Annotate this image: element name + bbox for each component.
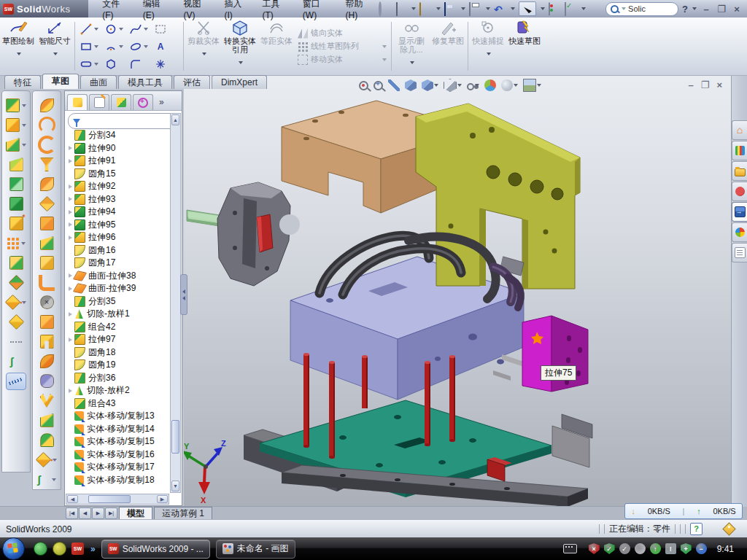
sketch-tool-text[interactable]: A [154, 38, 179, 55]
expand-arrow-icon[interactable] [66, 197, 74, 201]
tree-item-11[interactable]: 曲面-拉伸38 [66, 270, 169, 283]
feature-tool-b11[interactable] [40, 312, 54, 332]
tree-item-3[interactable]: 圆角15 [66, 168, 169, 181]
save-icon[interactable] [444, 3, 457, 15]
tree-item-14[interactable]: 切除-放样1 [66, 308, 169, 321]
task-pane-tab-custom-properties[interactable] [732, 243, 747, 262]
panel-splitter-handle[interactable] [180, 274, 187, 315]
feature-tool-b17[interactable] [40, 430, 54, 450]
feature-tool-b16[interactable] [40, 411, 54, 430]
mold-tool-a13[interactable]: ʃ [10, 351, 23, 371]
tab-motion-study[interactable]: 运动算例 1 [154, 507, 212, 520]
expand-arrow-icon[interactable] [66, 222, 74, 227]
vertical-scroll-thumb[interactable] [171, 420, 179, 454]
undo-icon[interactable]: ↶ [494, 3, 506, 15]
feature-tool-b7[interactable] [40, 233, 54, 253]
rebuild-traffic-light-icon[interactable] [549, 3, 561, 15]
mold-tool-a9[interactable] [9, 273, 23, 292]
open-file-icon[interactable] [419, 3, 432, 15]
first-tab-button[interactable]: |◀ [66, 508, 78, 519]
doc-restore-button[interactable]: ❐ [701, 79, 710, 90]
task-pane-tab-view-palette[interactable] [732, 202, 747, 222]
sketch-tool-sketch-fillet[interactable] [129, 55, 154, 73]
view-orientation-icon[interactable] [422, 79, 438, 91]
feature-tool-b9[interactable] [39, 273, 55, 292]
tree-item-1[interactable]: 拉伸90 [66, 142, 169, 155]
tree-item-17[interactable]: 圆角18 [66, 346, 169, 359]
feature-tool-b12[interactable] [40, 332, 54, 351]
tree-item-2[interactable]: 拉伸91 [66, 155, 169, 168]
scroll-up-button[interactable]: ▲ [171, 114, 179, 125]
expand-arrow-icon[interactable] [66, 159, 74, 163]
task-button-0[interactable]: SWSolidWorks 2009 - ... [101, 540, 210, 559]
tree-item-4[interactable]: 拉伸92 [66, 180, 169, 193]
tree-item-12[interactable]: 曲面-拉伸39 [66, 282, 169, 295]
prev-tab-button[interactable]: ◀ [79, 508, 91, 519]
tree-item-8[interactable]: 拉伸96 [66, 231, 169, 244]
circle-dropdown[interactable] [119, 28, 123, 31]
hide-show-items-icon[interactable] [467, 80, 479, 90]
part-clamp-bracket[interactable] [416, 104, 580, 289]
quick-launch-solidworks-icon[interactable]: SW [71, 542, 84, 555]
smart-dimension-dropdown[interactable] [53, 52, 58, 55]
menu-item-6[interactable]: 帮助(H) [338, 0, 379, 23]
tree-item-13[interactable]: 分割35 [66, 295, 169, 308]
tree-vertical-scrollbar[interactable]: ▲ ▼ [170, 113, 181, 493]
tree-item-22[interactable]: 实体-移动/复制13 [66, 410, 169, 423]
app-minimize-button[interactable]: – [700, 4, 712, 15]
next-tab-button[interactable]: ▶ [92, 508, 104, 519]
arc-dropdown[interactable] [119, 45, 123, 48]
convert-entities-dropdown[interactable] [239, 61, 243, 64]
tree-item-15[interactable]: 组合42 [66, 321, 169, 334]
mold-tool-a1[interactable] [6, 115, 26, 135]
previous-view-icon[interactable] [388, 79, 400, 91]
menu-item-1[interactable]: 编辑(E) [135, 0, 176, 23]
expand-arrow-icon[interactable] [66, 338, 74, 342]
sketch-tool-polygon[interactable] [104, 55, 129, 73]
feature-tool-b5[interactable] [40, 194, 54, 214]
mold-tool-a4[interactable] [9, 174, 23, 194]
tab-property-manager[interactable] [89, 94, 109, 110]
expand-arrow-icon[interactable] [66, 312, 74, 316]
feature-tool-b15[interactable] [40, 391, 54, 411]
save-dropdown[interactable] [461, 7, 465, 10]
tree-item-19[interactable]: 分割36 [66, 372, 169, 385]
feature-tool-b10[interactable]: × [40, 292, 54, 312]
quick-launch-icon-2[interactable] [53, 542, 66, 556]
select-dropdown[interactable] [541, 7, 545, 10]
feature-tool-b4[interactable] [40, 174, 54, 194]
new-file-icon[interactable] [395, 3, 407, 15]
print-dropdown[interactable] [486, 7, 490, 10]
feature-tool-b3[interactable] [40, 155, 54, 174]
part-gray-blocks[interactable] [552, 414, 592, 467]
display-style-icon[interactable] [444, 79, 462, 92]
tray-update-check-icon[interactable]: ✓ [619, 543, 630, 554]
model-3d-view[interactable]: Y Z X [184, 75, 731, 507]
graphics-viewport[interactable]: Y Z X – ❐ × 拉伸75 [184, 75, 731, 507]
menu-item-2[interactable]: 视图(V) [176, 0, 217, 23]
tree-item-20[interactable]: 切除-放样2 [66, 384, 169, 397]
ribbon-tab-0[interactable]: 特征 [4, 75, 41, 89]
task-pane-tab-solidworks-resources[interactable]: ⌂ [732, 120, 747, 140]
task-pane-tab-design-library[interactable] [732, 141, 747, 160]
scroll-right-button[interactable]: ▶ [157, 495, 168, 503]
tray-health-shield-icon[interactable]: + [681, 543, 692, 554]
edit-appearance-icon[interactable] [484, 79, 496, 91]
mold-tool-a11[interactable] [9, 312, 23, 332]
tag-icon[interactable] [722, 522, 735, 535]
mold-tool-a14[interactable] [6, 371, 26, 391]
annotations-icon[interactable] [589, 3, 602, 15]
ellipse-dropdown[interactable] [144, 45, 148, 48]
rectangle-dropdown[interactable] [94, 45, 98, 48]
tree-item-0[interactable]: 分割34 [66, 129, 169, 142]
horizontal-scroll-thumb[interactable] [88, 495, 131, 503]
feature-tool-b19[interactable]: ʃ [37, 470, 56, 489]
start-button[interactable] [2, 537, 25, 560]
help-dropdown[interactable] [692, 7, 697, 10]
tree-item-10[interactable]: 圆角17 [66, 257, 169, 270]
sketch-tool-arc[interactable] [104, 38, 129, 55]
tree-item-21[interactable]: 组合43 [66, 397, 169, 411]
sketch-tool-point[interactable] [154, 55, 179, 73]
tab-dimxpert-manager[interactable] [133, 94, 153, 110]
pin-icon[interactable] [379, 3, 391, 15]
